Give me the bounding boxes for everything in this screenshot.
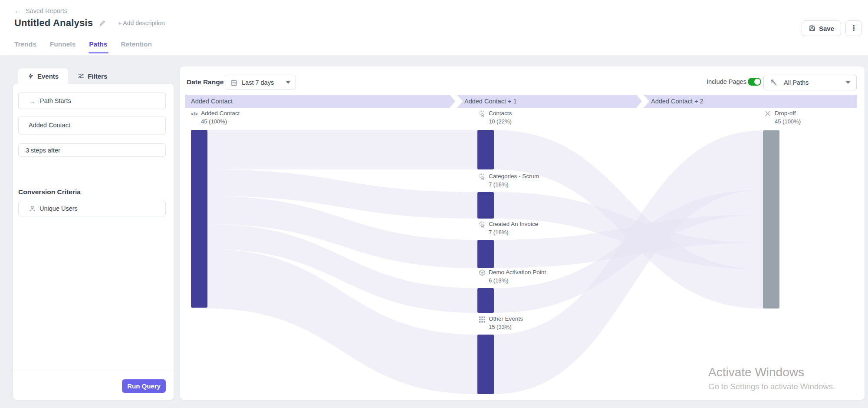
node-bar-added-contact[interactable]	[191, 130, 207, 308]
node-label-contacts: Contacts 10 (22%)	[479, 110, 512, 125]
click-icon	[479, 221, 486, 228]
lightning-icon	[28, 73, 34, 80]
edit-title-pencil-icon[interactable]	[99, 20, 106, 27]
path-starts-label: Path Starts	[40, 97, 71, 104]
node-bar-drop-off[interactable]	[763, 130, 779, 308]
user-icon	[29, 205, 36, 212]
path-starts-card[interactable]: → Path Starts	[18, 93, 166, 109]
run-query-button[interactable]: Run Query	[122, 379, 166, 393]
steps-after-card[interactable]: 3 steps after	[18, 143, 166, 157]
node-bar-demo-activation-point[interactable]	[477, 288, 494, 313]
cube-icon	[479, 269, 486, 276]
node-name: Categories - Scrum	[489, 173, 539, 179]
tab-funnels[interactable]: Funnels	[50, 40, 76, 53]
report-tabs: Trends Funnels Paths Retention	[14, 40, 152, 53]
back-link-label: Saved Reports	[26, 7, 67, 14]
flow-added-contact-to-contacts	[207, 130, 477, 169]
sidebar-tab-filters-label: Filters	[88, 73, 107, 80]
code-icon: </>	[191, 110, 198, 117]
save-floppy-icon	[809, 25, 815, 32]
node-count: 15 (33%)	[489, 324, 523, 330]
event-card-added-contact[interactable]: Added Contact	[18, 116, 166, 134]
node-name: Contacts	[489, 110, 512, 116]
node-label-other-events: Other Events 15 (33%)	[479, 315, 523, 330]
events-panel: → Path Starts Added Contact 3 steps afte…	[13, 84, 174, 400]
node-name: Added Contact	[201, 110, 240, 116]
back-link[interactable]: ← Saved Reports	[14, 7, 67, 14]
node-name: Created An Invoice	[489, 221, 538, 227]
node-count: 7 (16%)	[489, 229, 538, 236]
sliders-icon	[78, 73, 84, 80]
conversion-criteria-value: Unique Users	[39, 205, 78, 212]
arrow-right-icon: →	[29, 97, 36, 105]
page-title: Untitled Analysis	[14, 17, 93, 29]
node-name: Other Events	[489, 315, 523, 322]
sidebar-footer-divider	[13, 371, 174, 371]
node-bar-created-an-invoice[interactable]	[477, 240, 494, 268]
node-count: 7 (16%)	[489, 181, 539, 188]
click-icon	[479, 173, 486, 180]
node-count: 6 (13%)	[489, 277, 546, 284]
node-count: 45 (100%)	[201, 118, 240, 125]
node-bar-contacts[interactable]	[477, 130, 494, 169]
sidebar-tab-filters[interactable]: Filters	[68, 68, 117, 84]
conversion-criteria-heading: Conversion Criteria	[18, 188, 81, 196]
node-name: Drop-off	[775, 110, 796, 116]
node-bar-other-events[interactable]	[477, 335, 494, 394]
back-arrow-icon: ←	[14, 7, 22, 14]
save-button[interactable]: Save	[802, 20, 841, 36]
node-count: 10 (22%)	[489, 118, 512, 125]
more-options-kebab-icon[interactable]: ⋮	[845, 20, 862, 36]
node-bar-categories-scrum[interactable]	[477, 192, 494, 219]
tab-paths[interactable]: Paths	[89, 40, 107, 53]
grid-icon	[479, 315, 486, 323]
tab-retention[interactable]: Retention	[121, 40, 151, 53]
query-builder-sidebar: Events Filters → Path Starts Added Conta…	[13, 68, 174, 400]
node-count: 45 (100%)	[775, 118, 801, 125]
node-label-categories-scrum: Categories - Scrum 7 (16%)	[479, 173, 539, 188]
report-canvas: Date Range Last 7 days Include Pages All…	[180, 66, 865, 400]
steps-after-label: 3 steps after	[26, 147, 60, 154]
event-card-label: Added Contact	[29, 122, 70, 129]
node-name: Demo Activation Point	[489, 269, 546, 275]
x-icon	[765, 110, 772, 117]
node-label-added-contact: </> Added Contact 45 (100%)	[191, 110, 240, 125]
add-description-button[interactable]: + Add description	[118, 20, 165, 27]
click-icon	[479, 110, 486, 117]
node-label-demo-activation-point: Demo Activation Point 6 (13%)	[479, 269, 546, 284]
sidebar-tab-events-label: Events	[37, 73, 59, 80]
app-header: ← Saved Reports Untitled Analysis + Add …	[0, 0, 868, 55]
conversion-criteria-card[interactable]: Unique Users	[18, 201, 166, 216]
tab-trends[interactable]: Trends	[14, 40, 36, 53]
node-label-created-an-invoice: Created An Invoice 7 (16%)	[479, 221, 538, 236]
save-button-label: Save	[819, 25, 834, 32]
node-label-drop-off: Drop-off 45 (100%)	[765, 110, 801, 125]
sidebar-tab-events[interactable]: Events	[18, 68, 68, 84]
